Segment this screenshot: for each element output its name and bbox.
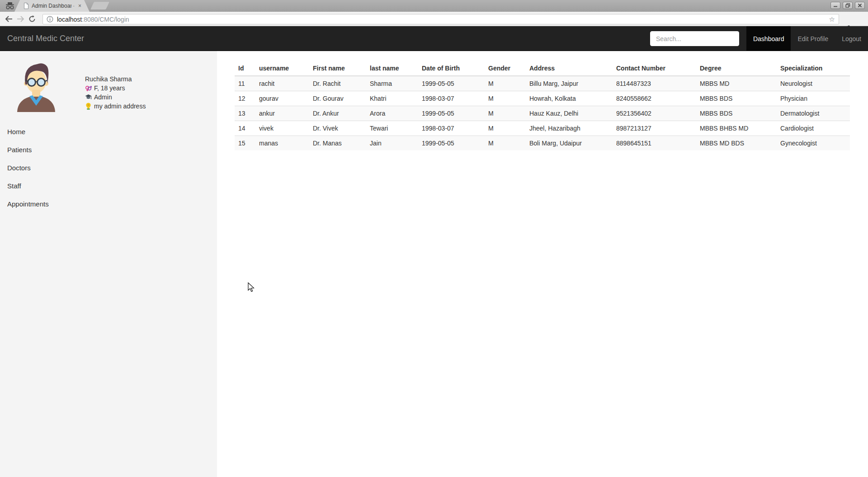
graduation-cap-icon [85, 94, 92, 100]
back-button-icon[interactable] [3, 16, 14, 22]
nav-item-edit-profile[interactable]: Edit Profile [791, 26, 835, 51]
table-cell: Gynecologist [777, 136, 850, 151]
table-cell: Physician [777, 91, 850, 106]
table-cell: Hauz Kauz, Delhi [526, 106, 613, 121]
sidebar-item-staff[interactable]: Staff [0, 177, 217, 195]
sidebar-item-appointments[interactable]: Appointments [0, 195, 217, 213]
sidebar-menu: Home Patients Doctors Staff Appointments [0, 122, 217, 213]
nav-item-logout[interactable]: Logout [835, 26, 868, 51]
table-cell: MBBS MD [696, 76, 777, 91]
table-cell: 12 [235, 91, 255, 106]
page-content: Ruchika Sharma F, 18 years [0, 51, 868, 477]
location-pin-icon [85, 103, 92, 110]
profile-gender-age-text: F, 18 years [94, 84, 125, 92]
profile-role: Admin [85, 93, 146, 102]
main-panel: IdusernameFirst namelast nameDate of Bir… [217, 51, 868, 477]
table-cell: Dr. Vivek [309, 121, 366, 136]
table-header-cell: Date of Birth [418, 61, 485, 76]
avatar [15, 60, 57, 114]
table-cell: Khatri [366, 91, 418, 106]
table-cell: Dr. Ankur [309, 106, 366, 121]
navbar-right: Dashboard Edit Profile Logout [650, 26, 868, 51]
profile-role-text: Admin [94, 94, 112, 101]
browser-toolbar: localhost:8080/CMC/login ☆ [0, 12, 868, 26]
table-cell: manas [255, 136, 309, 151]
brand-title[interactable]: Central Medic Center [7, 26, 84, 51]
sidebar-item-home[interactable]: Home [0, 122, 217, 140]
table-cell: 1999-05-05 [418, 106, 485, 121]
profile-info: Ruchika Sharma F, 18 years [85, 75, 146, 111]
reload-button-icon[interactable] [26, 15, 38, 23]
table-cell: Jheel, Hazaribagh [526, 121, 613, 136]
table-cell: 8240558662 [613, 91, 696, 106]
table-cell: MBBS BHBS MD [696, 121, 777, 136]
minimize-button[interactable] [830, 2, 840, 9]
table-cell: 14 [235, 121, 255, 136]
table-cell: 1998-03-07 [418, 121, 485, 136]
close-window-button[interactable] [855, 2, 865, 9]
table-cell: M [485, 91, 526, 106]
url-path: :8080/CMC/login [82, 16, 129, 23]
profile-address: my admin address [85, 102, 146, 111]
table-header-cell: last name [366, 61, 418, 76]
table-header-cell: Address [526, 61, 613, 76]
table-cell: 9521356402 [613, 106, 696, 121]
table-header-cell: Degree [696, 61, 777, 76]
table-cell: Jain [366, 136, 418, 151]
doctors-table-wrap: IdusernameFirst namelast nameDate of Bir… [235, 61, 850, 150]
forward-button-icon[interactable] [14, 16, 26, 22]
tab-close-icon[interactable]: × [78, 3, 81, 9]
page-info-icon[interactable] [47, 16, 53, 23]
table-cell: MBBS BDS [696, 91, 777, 106]
table-cell: 8987213127 [613, 121, 696, 136]
table-header-cell: First name [309, 61, 366, 76]
table-cell: Arora [366, 106, 418, 121]
table-cell: Billu Marg, Jaipur [526, 76, 613, 91]
table-cell: rachit [255, 76, 309, 91]
incognito-icon [4, 2, 16, 12]
table-cell: Tewari [366, 121, 418, 136]
table-cell: MBBS MD BDS [696, 136, 777, 151]
table-cell: gourav [255, 91, 309, 106]
table-row: 11rachitDr. RachitSharma1999-05-05MBillu… [235, 76, 850, 91]
table-header-cell: Id [235, 61, 255, 76]
table-cell: 15 [235, 136, 255, 151]
table-cell: M [485, 136, 526, 151]
table-cell: ankur [255, 106, 309, 121]
titlebar: Admin Dashboard - × [0, 0, 868, 12]
table-cell: 1998-03-07 [418, 91, 485, 106]
profile-address-text: my admin address [94, 103, 146, 110]
table-cell: M [485, 106, 526, 121]
table-cell: Howrah, Kolkata [526, 91, 613, 106]
table-header-cell: username [255, 61, 309, 76]
profile-name-text: Ruchika Sharma [85, 75, 132, 83]
table-cell: Boli Marg, Udaipur [526, 136, 613, 151]
url-host: localhost [57, 16, 82, 23]
url-bar[interactable]: localhost:8080/CMC/login ☆ [42, 14, 839, 24]
table-header-row: IdusernameFirst namelast nameDate of Bir… [235, 61, 850, 76]
table-cell: Dr. Manas [309, 136, 366, 151]
bookmark-star-icon[interactable]: ☆ [829, 16, 835, 23]
table-row: 12gouravDr. GouravKhatri1998-03-07MHowra… [235, 91, 850, 106]
browser-tab[interactable]: Admin Dashboard - × [14, 0, 90, 12]
restore-button[interactable] [843, 2, 853, 9]
table-header-cell: Gender [485, 61, 526, 76]
table-cell: Neurologist [777, 76, 850, 91]
doctors-table: IdusernameFirst namelast nameDate of Bir… [235, 61, 850, 150]
sidebar-item-patients[interactable]: Patients [0, 140, 217, 159]
table-header-cell: Specialization [777, 61, 850, 76]
window-controls [830, 2, 865, 9]
table-cell: 11 [235, 76, 255, 91]
nav-item-dashboard[interactable]: Dashboard [746, 26, 791, 51]
new-tab-button[interactable] [90, 2, 109, 9]
table-cell: 13 [235, 106, 255, 121]
table-cell: Dr. Rachit [309, 76, 366, 91]
sidebar-item-doctors[interactable]: Doctors [0, 159, 217, 177]
gender-icon [85, 85, 92, 92]
table-cell: MBBS BDS [696, 106, 777, 121]
search-input[interactable] [650, 31, 739, 46]
table-cell: M [485, 121, 526, 136]
table-cell: vivek [255, 121, 309, 136]
profile-name: Ruchika Sharma [85, 75, 146, 84]
table-cell: 1999-05-05 [418, 136, 485, 151]
